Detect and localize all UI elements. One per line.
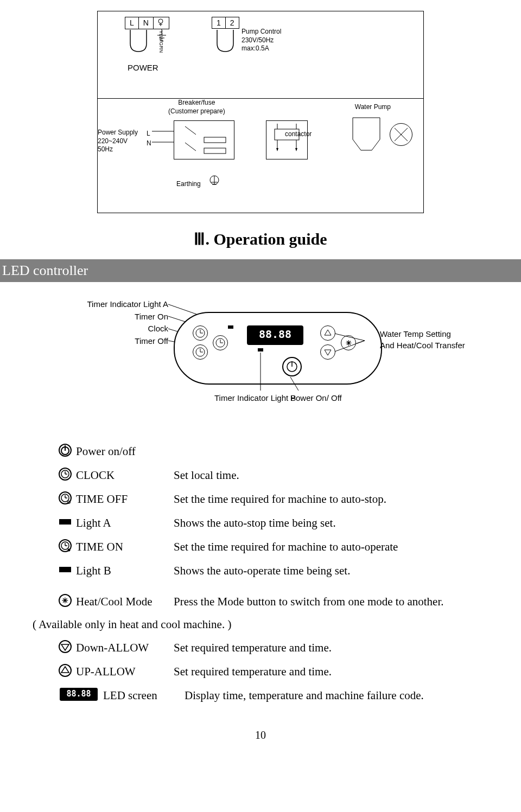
led-label-text: LED screen	[103, 683, 185, 707]
timer-on-button	[193, 325, 208, 341]
right-pointer-lines	[335, 333, 370, 354]
svg-marker-17	[295, 148, 297, 151]
earthing-icon	[206, 175, 223, 191]
timeoff-label-text: TIME OFF	[76, 487, 174, 511]
lighta-label-text: Light A	[76, 511, 174, 535]
heatcool-desc: Press the Mode button to switch from one…	[174, 590, 488, 613]
wire-ln	[152, 129, 174, 145]
down-label-text: Down-ALLOW	[76, 636, 174, 660]
pump-control-label: Pump Control 230V/50Hz max:0.5A	[242, 28, 281, 53]
row-clock: CLOCK Set local time.	[54, 463, 488, 487]
power-label: POWER	[128, 63, 158, 72]
up-desc: Set required temperature and time.	[174, 660, 488, 683]
lcd-icon: 88.88	[54, 683, 103, 705]
row-heatcool: ✳ Heat/Cool Mode Press the Mode button t…	[54, 590, 488, 613]
up-button	[320, 325, 335, 341]
lightb-desc: Shows the auto-operate time being set.	[174, 559, 488, 583]
controller-figure: Timer Indicator Light A Timer On Clock T…	[65, 298, 456, 418]
timer-off-label: Timer Off	[135, 336, 168, 346]
svg-marker-42	[325, 350, 331, 355]
controller-left-labels: Timer Indicator Light A Timer On Clock T…	[65, 298, 168, 347]
earthing-label: Earthing	[176, 180, 201, 188]
down-desc: Set required temperature and time.	[174, 636, 488, 660]
svg-line-46	[335, 341, 365, 351]
terminal-1: 1	[212, 17, 226, 28]
led-controller-heading: LED controller	[0, 259, 521, 282]
description-list-2: Down-ALLOW Set required temperature and …	[54, 636, 488, 707]
timer-ind-b-label: Timer Indicator Light B	[214, 393, 296, 402]
clock-desc: Set local time.	[174, 463, 488, 487]
lcd-display: 88.88	[247, 325, 303, 345]
timeoff-icon	[54, 487, 76, 509]
timer-on-label: Timer On	[135, 312, 168, 321]
wiring-diagram: L N YLW/GRN POWER 1 2	[97, 11, 424, 213]
led-desc: Display time, temperature and machine fa…	[185, 683, 488, 707]
row-timeoff: TIME OFF Set the time required for machi…	[54, 487, 488, 511]
svg-marker-16	[276, 148, 278, 151]
svg-line-7	[185, 126, 196, 135]
power-onoff-fig-label: Power On/ Off	[290, 393, 342, 402]
timeon-label-text: TIME ON	[76, 535, 174, 559]
section-title: Ⅲ. Operation guide	[33, 229, 488, 248]
row-led: 88.88 LED screen Display time, temperatu…	[54, 683, 488, 707]
svg-text:✳: ✳	[62, 597, 68, 605]
svg-rect-10	[204, 137, 226, 143]
up-arrow-icon	[54, 660, 76, 681]
breaker-label: Breaker/fuse (Customer prepare)	[168, 99, 225, 116]
row-up: UP-ALLOW Set required temperature and ti…	[54, 660, 488, 683]
heatcool-note: ( Available only in heat and cool machin…	[33, 618, 488, 631]
down-button	[320, 344, 335, 360]
svg-marker-71	[61, 667, 69, 673]
water-temp-label: Water Temp Setting	[380, 329, 451, 338]
power-shape	[128, 30, 149, 60]
svg-line-44	[335, 334, 365, 341]
timer-ind-a-label: Timer Indicator Light A	[87, 299, 168, 309]
timeoff-desc: Set the time required for machine to aut…	[174, 487, 488, 511]
timeon-icon	[54, 535, 76, 557]
power-supply-label: Power Supply 220~240V 50Hz	[98, 129, 138, 154]
svg-point-65	[68, 549, 71, 552]
row-timeon: TIME ON Set the time required for machin…	[54, 535, 488, 559]
svg-rect-9	[204, 148, 226, 154]
clock-button	[213, 335, 228, 350]
lightb-label-text: Light B	[76, 559, 174, 583]
clock-label-text: CLOCK	[76, 463, 174, 487]
timer-off-button	[193, 344, 208, 360]
lighta-icon	[54, 511, 76, 533]
water-pump-shape	[347, 112, 385, 161]
indicator-b	[258, 348, 263, 351]
contactor-label: contactor	[285, 130, 312, 138]
pump-ctrl-shape	[214, 30, 236, 60]
pump-terminal-box: 1 2	[212, 17, 239, 29]
breaker-box	[174, 120, 234, 159]
row-lightb: Light B Shows the auto-operate time bein…	[54, 559, 488, 583]
row-down: Down-ALLOW Set required temperature and …	[54, 636, 488, 660]
svg-marker-41	[325, 330, 331, 335]
clock-label: Clock	[148, 324, 168, 333]
up-label-text: UP-ALLOW	[76, 660, 174, 683]
clock-icon	[54, 463, 76, 485]
svg-line-48	[290, 377, 298, 391]
page-number: 10	[33, 729, 488, 741]
heatcool-label-text: Heat/Cool Mode	[76, 590, 174, 613]
contactor-box	[266, 120, 308, 159]
power-icon	[54, 439, 76, 461]
heatcool-icon: ✳	[54, 590, 76, 611]
ground-symbol-icon	[156, 29, 167, 45]
pump-circle	[390, 123, 412, 146]
description-list: Power on/off CLOCK Set local time. TIME …	[54, 439, 488, 613]
ln-small-label: L N	[147, 129, 151, 148]
power-onoff-text: Power on/off	[76, 439, 488, 463]
water-pump-label: Water Pump	[355, 103, 391, 111]
row-lighta: Light A Shows the auto-stop time being s…	[54, 511, 488, 535]
indicator-a	[228, 325, 233, 329]
controller-right-labels: Water Temp Setting And Heat/Cool Transfe…	[380, 328, 472, 351]
timeon-desc: Set the time required for machine to aut…	[174, 535, 488, 559]
row-power-onoff: Power on/off	[54, 439, 488, 463]
terminal-2: 2	[226, 17, 239, 28]
svg-point-0	[158, 19, 163, 23]
bottom-pointer-lines	[258, 353, 301, 393]
lightb-icon	[54, 559, 76, 580]
terminal-l: L	[125, 17, 139, 29]
lighta-desc: Shows the auto-stop time being set.	[174, 511, 488, 535]
